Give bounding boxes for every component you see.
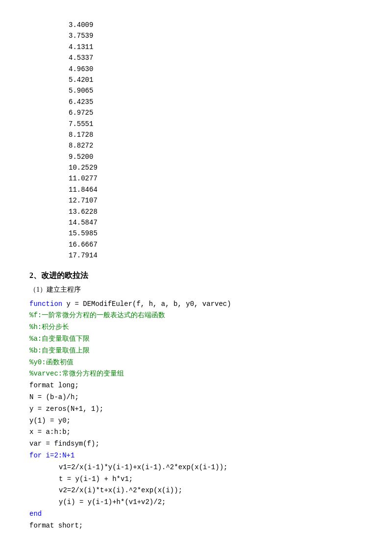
number-line: 8.8272 <box>69 140 363 151</box>
number-line: 15.5985 <box>69 228 363 239</box>
number-line: 3.4009 <box>69 20 363 30</box>
number-line: 14.5847 <box>69 217 363 228</box>
code-line-6: for i=2:N+1 <box>29 450 363 462</box>
function-signature: y = DEModifEuler(f, h, a, b, y0, varvec) <box>62 300 231 308</box>
number-line: 5.4201 <box>69 75 363 85</box>
keyword-function: function <box>29 300 62 308</box>
code-line-3: y(1) = y0; <box>29 415 363 427</box>
number-line: 5.9065 <box>69 85 363 96</box>
code-line-12: format short; <box>29 520 363 532</box>
code-line-0: format long; <box>29 380 363 392</box>
code-line-11: end <box>29 508 363 520</box>
number-line: 6.4235 <box>69 97 363 107</box>
comment5: %y0:函数初值 <box>29 357 363 369</box>
number-line: 16.6667 <box>69 239 363 250</box>
number-line: 9.5200 <box>69 151 363 162</box>
code-line-2: y = zeros(N+1, 1); <box>29 404 363 415</box>
section2-title: 2、改进的欧拉法 <box>29 269 363 282</box>
code-line-7: v1=2/x(i-1)*y(i-1)+x(i-1).^2*exp(x(i-1))… <box>29 462 363 474</box>
comment2: %h:积分步长 <box>29 322 363 333</box>
number-line: 11.0277 <box>69 173 363 184</box>
number-line: 11.8464 <box>69 184 363 195</box>
code-lines-container: format long;N = (b-a)/h;y = zeros(N+1, 1… <box>29 380 363 531</box>
comment3: %a:自变量取值下限 <box>29 333 363 345</box>
comment4: %b:自变量取值上限 <box>29 345 363 357</box>
number-line: 6.9725 <box>69 107 363 118</box>
number-line: 4.9630 <box>69 64 363 75</box>
number-line: 17.7914 <box>69 250 363 261</box>
comment1: %f:一阶常微分方程的一般表达式的右端函数 <box>29 310 363 322</box>
code-line-8: t = y(i-1) + h*v1; <box>29 474 363 485</box>
code-line-4: x = a:h:b; <box>29 427 363 438</box>
number-line: 7.5551 <box>69 119 363 129</box>
section2: 2、改进的欧拉法 （1）建立主程序 function y = DEModifEu… <box>29 269 363 532</box>
comment6: %varvec:常微分方程的变量组 <box>29 368 363 380</box>
code-block: function y = DEModifEuler(f, h, a, b, y0… <box>29 299 363 532</box>
code-line-9: v2=2/x(i)*t+x(i).^2*exp(x(i)); <box>29 485 363 497</box>
code-line-function: function y = DEModifEuler(f, h, a, b, y0… <box>29 299 363 310</box>
numbers-block: 3.40093.75394.13114.53374.96305.42015.90… <box>29 20 363 261</box>
number-line: 10.2529 <box>69 162 363 173</box>
code-line-1: N = (b-a)/h; <box>29 392 363 404</box>
code-line-5: var = findsym(f); <box>29 438 363 450</box>
number-line: 13.6228 <box>69 206 363 217</box>
number-line: 8.1728 <box>69 129 363 140</box>
number-line: 4.1311 <box>69 42 363 52</box>
number-line: 12.7107 <box>69 195 363 206</box>
code-line-10: y(i) = y(i-1)+h*(v1+v2)/2; <box>29 497 363 508</box>
section2-sub1: （1）建立主程序 <box>29 284 363 295</box>
number-line: 3.7539 <box>69 30 363 41</box>
number-line: 4.5337 <box>69 52 363 63</box>
